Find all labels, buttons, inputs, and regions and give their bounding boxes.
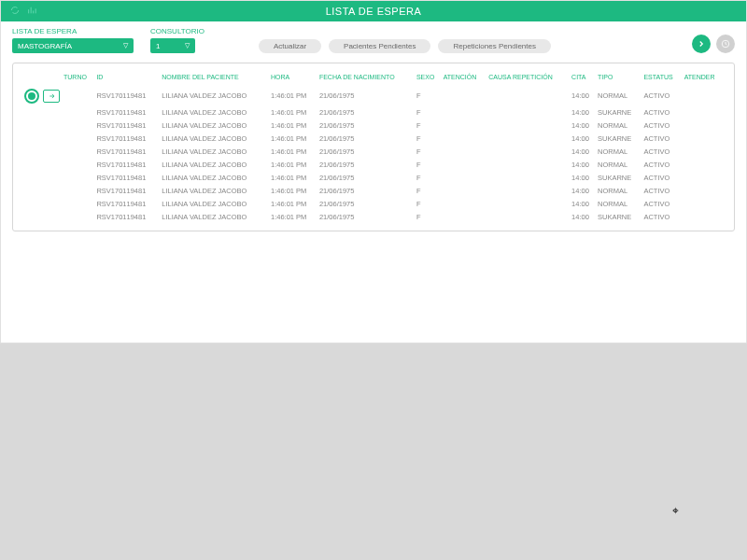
cell-sexo: F [415, 210, 442, 223]
cell-atender [683, 105, 725, 119]
cell-turno [62, 145, 94, 158]
table-row[interactable]: RSV170119481LILIANA VALDEZ JACOBO1:46:01… [22, 145, 725, 158]
office-filter: CONSULTORIO 1 ▽ [150, 27, 204, 53]
table-row[interactable]: RSV170119481LILIANA VALDEZ JACOBO1:46:01… [22, 197, 725, 210]
cell-cita: 14:00 [570, 145, 596, 158]
cell-sexo: F [415, 171, 442, 184]
exit-button[interactable] [43, 90, 60, 103]
cell-hora: 1:46:01 PM [269, 145, 317, 158]
cell-estatus: ACTIVO [641, 197, 682, 210]
table-card: TURNO ID NOMBRE DEL PACIENTE HORA FECHA … [12, 63, 735, 231]
cell-hora: 1:46:01 PM [269, 197, 317, 210]
cell-sexo: F [415, 105, 442, 119]
cell-estatus: ACTIVO [641, 132, 682, 145]
cell-estatus: ACTIVO [641, 105, 682, 119]
pending-patients-button[interactable]: Pacientes Pendientes [329, 39, 430, 53]
office-value: 1 [156, 42, 160, 50]
office-dropdown[interactable]: 1 ▽ [150, 38, 195, 53]
col-nombre: NOMBRE DEL PACIENTE [160, 71, 269, 86]
cell-tipo: NORMAL [596, 197, 641, 210]
cell-hora: 1:46:01 PM [269, 171, 317, 184]
table-row[interactable]: RSV170119481LILIANA VALDEZ JACOBO1:46:01… [22, 158, 725, 171]
cell-atender [683, 210, 725, 223]
cell-tipo: NORMAL [596, 145, 641, 158]
cell-id: RSV170119481 [94, 184, 160, 197]
cell-nombre: LILIANA VALDEZ JACOBO [160, 132, 269, 145]
cell-cita: 14:00 [570, 119, 596, 132]
col-cita: CITA [570, 71, 596, 86]
cell-causa [486, 132, 570, 145]
cell-id: RSV170119481 [94, 210, 160, 223]
cell-tipo: SUKARNE [596, 132, 641, 145]
cell-cita: 14:00 [570, 158, 596, 171]
cell-fecha: 21/06/1975 [317, 119, 415, 132]
cell-fecha: 21/06/1975 [317, 132, 415, 145]
cell-atencion [442, 210, 487, 223]
col-atender: ATENDER [683, 71, 725, 86]
cell-atencion [442, 158, 487, 171]
table-row[interactable]: RSV170119481LILIANA VALDEZ JACOBO1:46:01… [22, 184, 725, 197]
cell-atender [683, 158, 725, 171]
app-window: LISTA DE ESPERA LISTA DE ESPERA MASTOGRA… [0, 0, 747, 343]
cell-atender [683, 145, 725, 158]
cell-atender [683, 132, 725, 145]
cell-estatus: ACTIVO [641, 119, 682, 132]
table-row[interactable]: RSV170119481LILIANA VALDEZ JACOBO1:46:01… [22, 171, 725, 184]
table-row[interactable]: RSV170119481LILIANA VALDEZ JACOBO1:46:01… [22, 119, 725, 132]
cell-estatus: ACTIVO [641, 145, 682, 158]
waitlist-value: MASTOGRAFÍA [18, 42, 72, 50]
cell-nombre: LILIANA VALDEZ JACOBO [160, 210, 269, 223]
cell-fecha: 21/06/1975 [317, 86, 415, 105]
cell-id: RSV170119481 [94, 105, 160, 119]
pending-repetitions-button[interactable]: Repeticiones Pendientes [438, 39, 551, 53]
cell-hora: 1:46:01 PM [269, 210, 317, 223]
col-turno: TURNO [62, 71, 94, 86]
cell-id: RSV170119481 [94, 171, 160, 184]
cell-estatus: ACTIVO [641, 158, 682, 171]
cell-atencion [442, 105, 487, 119]
cell-atencion [442, 145, 487, 158]
cell-tipo: NORMAL [596, 119, 641, 132]
cell-atender [683, 86, 725, 105]
cell-tipo: NORMAL [596, 86, 641, 105]
cell-sexo: F [415, 86, 442, 105]
cell-cita: 14:00 [570, 171, 596, 184]
table-header-row: TURNO ID NOMBRE DEL PACIENTE HORA FECHA … [22, 71, 725, 86]
cell-hora: 1:46:01 PM [269, 184, 317, 197]
refresh-button[interactable]: Actualizar [259, 39, 321, 53]
table-row[interactable]: RSV170119481LILIANA VALDEZ JACOBO1:46:01… [22, 105, 725, 119]
table-row[interactable]: RSV170119481LILIANA VALDEZ JACOBO1:46:01… [22, 86, 725, 105]
cell-atencion [442, 86, 487, 105]
cell-fecha: 21/06/1975 [317, 145, 415, 158]
clock-button[interactable] [716, 35, 735, 53]
cell-nombre: LILIANA VALDEZ JACOBO [160, 158, 269, 171]
cell-fecha: 21/06/1975 [317, 105, 415, 119]
cell-atencion [442, 184, 487, 197]
cell-nombre: LILIANA VALDEZ JACOBO [160, 184, 269, 197]
next-button[interactable] [692, 35, 711, 53]
cell-estatus: ACTIVO [641, 184, 682, 197]
cell-nombre: LILIANA VALDEZ JACOBO [160, 119, 269, 132]
cell-id: RSV170119481 [94, 86, 160, 105]
cell-hora: 1:46:01 PM [269, 119, 317, 132]
cell-tipo: NORMAL [596, 184, 641, 197]
cell-fecha: 21/06/1975 [317, 171, 415, 184]
col-sexo: SEXO [415, 71, 442, 86]
record-button[interactable] [24, 89, 39, 104]
cell-turno [62, 197, 94, 210]
cell-turno [62, 132, 94, 145]
table-row[interactable]: RSV170119481LILIANA VALDEZ JACOBO1:46:01… [22, 132, 725, 145]
chevron-down-icon: ▽ [185, 42, 190, 49]
cell-nombre: LILIANA VALDEZ JACOBO [160, 105, 269, 119]
cell-fecha: 21/06/1975 [317, 197, 415, 210]
cell-id: RSV170119481 [94, 145, 160, 158]
cell-causa [486, 86, 570, 105]
cell-sexo: F [415, 197, 442, 210]
cell-turno [62, 86, 94, 105]
cell-nombre: LILIANA VALDEZ JACOBO [160, 171, 269, 184]
waitlist-dropdown[interactable]: MASTOGRAFÍA ▽ [12, 38, 134, 53]
cell-nombre: LILIANA VALDEZ JACOBO [160, 86, 269, 105]
col-id: ID [94, 71, 160, 86]
cell-atencion [442, 171, 487, 184]
table-row[interactable]: RSV170119481LILIANA VALDEZ JACOBO1:46:01… [22, 210, 725, 223]
